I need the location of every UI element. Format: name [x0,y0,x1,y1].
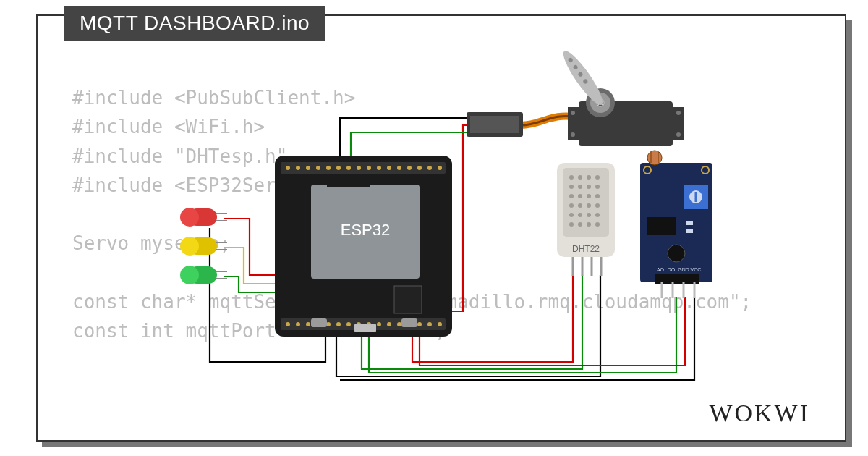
svg-point-61 [676,111,681,115]
svg-point-25 [387,166,391,170]
svg-point-95 [569,222,574,227]
svg-point-19 [326,166,331,170]
esp32-board: ESP32 [275,156,452,337]
file-title-tab: MQTT DASHBOARD.ino [64,6,326,41]
svg-rect-53 [354,324,376,332]
svg-point-84 [578,194,582,198]
svg-point-33 [306,322,310,326]
svg-rect-55 [470,116,519,133]
svg-point-21 [346,166,351,170]
svg-point-107 [644,166,651,174]
svg-point-86 [595,194,600,198]
svg-point-108 [702,166,709,174]
svg-rect-113 [686,221,693,225]
svg-point-9 [180,266,199,284]
svg-point-87 [569,203,574,208]
brand-logo: WOKWI [709,400,810,427]
svg-point-37 [346,322,351,326]
svg-point-40 [377,322,381,326]
svg-point-76 [578,175,582,180]
svg-point-17 [306,166,310,170]
wire-servo-gnd [340,118,467,159]
svg-point-85 [587,194,591,198]
wire-ldr-vcc2 [420,297,685,366]
svg-point-24 [377,166,381,170]
svg-rect-48 [327,180,370,187]
svg-point-16 [296,166,300,170]
svg-rect-112 [647,217,676,235]
svg-point-23 [367,166,371,170]
svg-point-45 [427,322,432,326]
svg-point-96 [578,222,582,227]
svg-point-94 [595,213,600,217]
svg-point-78 [595,175,600,180]
svg-rect-49 [394,286,422,313]
svg-point-1 [180,208,199,227]
svg-point-36 [336,322,341,326]
svg-text:DO: DO [668,267,676,272]
svg-point-97 [587,222,591,227]
led-yellow [180,237,227,256]
svg-point-20 [336,166,341,170]
svg-rect-51 [311,318,327,327]
svg-point-15 [286,166,290,170]
file-title: MQTT DASHBOARD.ino [80,12,310,34]
svg-point-46 [438,322,442,326]
svg-point-81 [587,185,591,189]
circuit-diagram: ESP32 [0,0,868,456]
svg-point-82 [595,185,600,189]
svg-point-93 [587,213,591,217]
svg-point-89 [587,203,591,208]
svg-point-32 [296,322,300,326]
dht-label: DHT22 [572,244,600,254]
svg-point-29 [427,166,432,170]
wire-ldr-vcc [416,297,665,358]
svg-point-26 [397,166,401,170]
svg-point-68 [558,47,608,109]
svg-text:VCC: VCC [691,267,702,272]
led-green [180,266,227,284]
svg-point-98 [595,222,600,227]
chip-label: ESP32 [341,221,391,239]
svg-point-27 [407,166,412,170]
svg-point-5 [180,237,199,256]
svg-point-83 [569,194,574,198]
svg-point-59 [571,111,575,115]
servo-motor [467,47,684,146]
svg-point-62 [676,132,681,137]
svg-point-91 [569,213,574,217]
svg-point-104 [647,151,662,165]
svg-point-75 [569,175,574,180]
svg-rect-116 [655,274,699,284]
ldr-module: AO DO GND VCC [640,151,712,298]
svg-point-77 [587,175,591,180]
svg-rect-52 [401,318,417,327]
svg-point-18 [316,166,320,170]
svg-text:AO: AO [657,267,665,272]
svg-point-90 [595,203,600,208]
svg-point-42 [397,322,401,326]
svg-point-41 [387,322,391,326]
svg-point-88 [578,203,582,208]
svg-point-28 [417,166,422,170]
svg-text:GND: GND [678,267,689,272]
svg-point-92 [578,213,582,217]
svg-point-80 [578,185,582,189]
dht22-sensor: DHT22 [557,163,615,276]
svg-point-31 [286,322,290,326]
svg-point-79 [569,185,574,189]
svg-point-60 [571,132,575,137]
led-red [180,208,227,227]
svg-point-22 [357,166,361,170]
svg-point-44 [417,322,422,326]
svg-rect-114 [686,229,693,233]
svg-point-115 [668,245,685,262]
svg-point-30 [438,166,442,170]
